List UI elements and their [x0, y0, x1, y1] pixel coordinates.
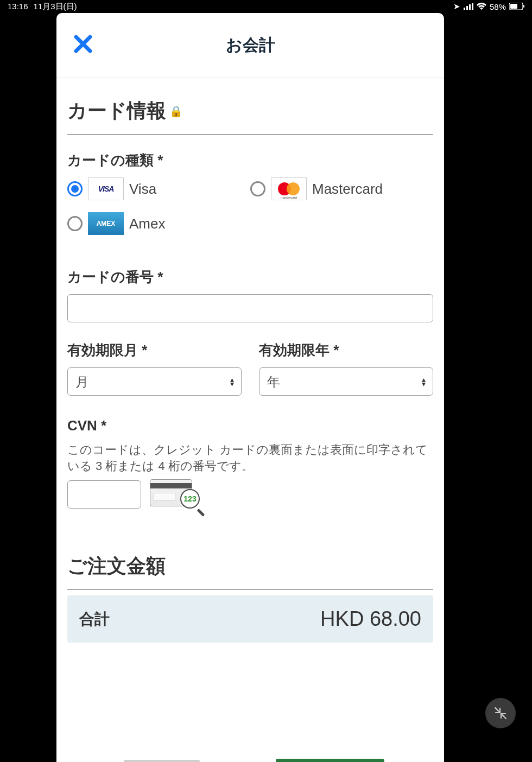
- order-total-amount: HKD 68.00: [320, 607, 421, 631]
- divider: [67, 589, 433, 590]
- visa-logo-icon: VISA: [88, 177, 124, 200]
- status-bar: 13:16 11月3日(日) ➤ 58%: [0, 0, 532, 13]
- mastercard-logo-icon: mastercard: [271, 177, 307, 200]
- svg-rect-0: [464, 8, 465, 10]
- card-number-label: カードの番号 *: [67, 268, 433, 287]
- battery-percent: 58%: [490, 2, 506, 11]
- card-number-input[interactable]: [67, 294, 433, 322]
- exp-month-label: 有効期限月 *: [67, 341, 242, 360]
- page-title: お会計: [226, 34, 275, 56]
- exp-year-label: 有効期限年 *: [259, 341, 433, 360]
- exp-month-select[interactable]: 月: [67, 367, 242, 396]
- status-date: 11月3日(日): [34, 2, 77, 12]
- location-icon: ➤: [453, 2, 460, 11]
- svg-rect-1: [466, 6, 468, 10]
- card-type-visa-label: Visa: [129, 181, 156, 198]
- status-time: 13:16: [8, 2, 28, 12]
- svg-rect-6: [523, 5, 524, 8]
- lock-icon: 🔒: [169, 105, 183, 118]
- svg-rect-3: [472, 3, 473, 10]
- divider: [67, 134, 433, 135]
- cvn-label: CVN *: [67, 417, 433, 434]
- submit-button-edge[interactable]: [276, 759, 384, 762]
- cvn-illustration-digits: 123: [180, 489, 200, 509]
- exp-year-select[interactable]: 年: [259, 367, 433, 396]
- modal-header: お会計: [56, 13, 444, 78]
- radio-mastercard[interactable]: [250, 181, 265, 196]
- checkout-modal: お会計 カード情報 🔒 カードの種類 * VISA Visa mastercar…: [56, 13, 444, 762]
- cvn-input[interactable]: [67, 480, 141, 509]
- card-type-label: カードの種類 *: [67, 151, 433, 170]
- radio-amex[interactable]: [67, 216, 83, 231]
- card-info-heading: カード情報 🔒: [67, 98, 433, 124]
- button-edge: [124, 760, 200, 762]
- card-type-option-visa[interactable]: VISA Visa: [67, 177, 250, 200]
- card-info-heading-text: カード情報: [67, 98, 166, 124]
- signal-icon: [464, 2, 473, 11]
- svg-rect-5: [510, 4, 517, 9]
- home-indicator[interactable]: [190, 754, 342, 758]
- card-type-option-mastercard[interactable]: mastercard Mastercard: [250, 177, 433, 200]
- close-button[interactable]: [67, 31, 93, 60]
- order-amount-heading: ご注文金額: [67, 553, 433, 580]
- card-type-option-amex[interactable]: AMEX Amex: [67, 212, 250, 235]
- cvn-illustration-icon: 123: [150, 479, 200, 510]
- order-total-row: 合計 HKD 68.00: [67, 595, 433, 643]
- collapse-fab-button[interactable]: [485, 698, 516, 728]
- radio-visa[interactable]: [67, 181, 83, 196]
- svg-rect-2: [469, 4, 471, 10]
- cvn-help-text: このコードは、クレジット カードの裏面または表面に印字されている 3 桁または …: [67, 442, 433, 474]
- wifi-icon: [477, 2, 486, 11]
- card-type-mastercard-label: Mastercard: [312, 181, 383, 198]
- order-total-label: 合計: [79, 609, 110, 630]
- battery-icon: [509, 2, 524, 11]
- card-type-amex-label: Amex: [129, 215, 165, 232]
- amex-logo-icon: AMEX: [88, 212, 124, 235]
